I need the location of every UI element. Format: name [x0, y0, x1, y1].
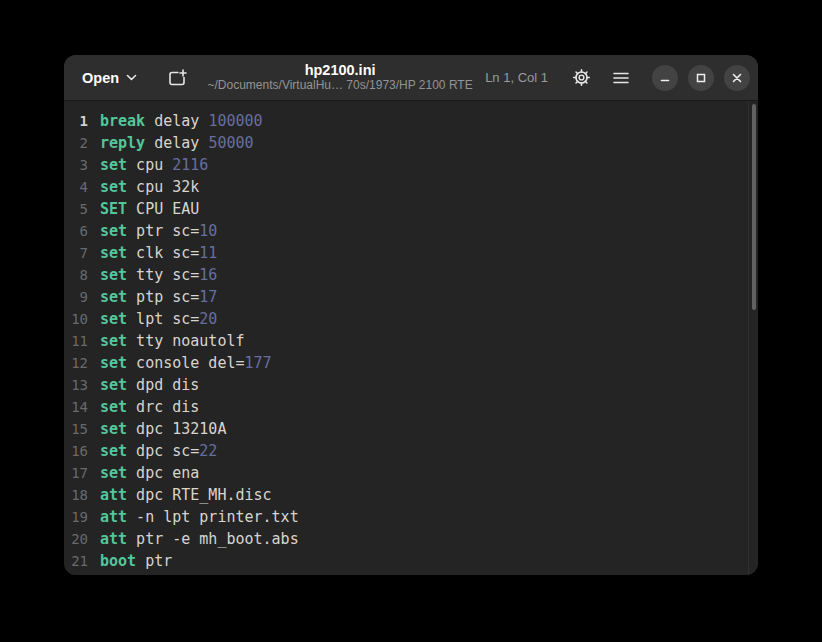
code-line[interactable]: 8set tty sc=16: [64, 264, 758, 286]
code-text: set drc dis: [100, 396, 199, 418]
open-button-label: Open: [82, 70, 119, 86]
tab-new-icon: [168, 69, 188, 87]
code-line[interactable]: 13set dpd dis: [64, 374, 758, 396]
open-button[interactable]: Open: [72, 64, 147, 92]
window-controls: [652, 65, 750, 91]
code-line[interactable]: 15set dpc 13210A: [64, 418, 758, 440]
line-number: 20: [64, 528, 88, 550]
header-right-group: Ln 1, Col 1: [485, 62, 750, 94]
file-path-subtitle: ~/Documents/VirtualHu… 70s/1973/HP 2100 …: [208, 79, 473, 93]
line-number: 11: [64, 330, 88, 352]
code-text: set ptp sc=17: [100, 286, 217, 308]
code-text: set ptr sc=10: [100, 220, 217, 242]
maximize-button[interactable]: [688, 65, 714, 91]
code-line[interactable]: 18att dpc RTE_MH.disc: [64, 484, 758, 506]
code-text: att -n lpt printer.txt: [100, 506, 299, 528]
header-left-group: Open: [72, 62, 195, 94]
close-icon: [731, 72, 743, 84]
close-button[interactable]: [724, 65, 750, 91]
line-number: 18: [64, 484, 88, 506]
line-number: 15: [64, 418, 88, 440]
minimize-button[interactable]: [652, 65, 678, 91]
code-text: set dpd dis: [100, 374, 199, 396]
line-number: 21: [64, 550, 88, 572]
line-number: 7: [64, 242, 88, 264]
line-number: 5: [64, 198, 88, 220]
line-number: 9: [64, 286, 88, 308]
code-line[interactable]: 16set dpc sc=22: [64, 440, 758, 462]
line-number: 19: [64, 506, 88, 528]
code-line[interactable]: 9set ptp sc=17: [64, 286, 758, 308]
code-line[interactable]: 1break delay 100000: [64, 110, 758, 132]
code-line[interactable]: 19att -n lpt printer.txt: [64, 506, 758, 528]
code-line[interactable]: 14set drc dis: [64, 396, 758, 418]
code-line[interactable]: 2reply delay 50000: [64, 132, 758, 154]
code-line[interactable]: 5SET CPU EAU: [64, 198, 758, 220]
code-text: att dpc RTE_MH.disc: [100, 484, 272, 506]
line-number: 12: [64, 352, 88, 374]
code-text: set console del=177: [100, 352, 272, 374]
scrollbar-track[interactable]: [748, 101, 758, 575]
settings-button[interactable]: [564, 62, 598, 94]
hamburger-icon: [613, 72, 629, 84]
line-number: 16: [64, 440, 88, 462]
line-number: 1: [64, 110, 88, 132]
text-editor-window: Open hp2100.ini ~/Documents/VirtualHu… 7…: [64, 55, 758, 575]
code-line[interactable]: 4set cpu 32k: [64, 176, 758, 198]
line-number: 2: [64, 132, 88, 154]
code-text: reply delay 50000: [100, 132, 254, 154]
code-text: break delay 100000: [100, 110, 263, 132]
header-bar: Open hp2100.ini ~/Documents/VirtualHu… 7…: [64, 55, 758, 101]
code-text: att ptr -e mh_boot.abs: [100, 528, 299, 550]
maximize-icon: [695, 72, 707, 84]
code-line[interactable]: 11set tty noautolf: [64, 330, 758, 352]
minimize-icon: [659, 72, 671, 84]
code-text: set tty noautolf: [100, 330, 245, 352]
code-line[interactable]: 21boot ptr: [64, 550, 758, 572]
scrollbar-thumb[interactable]: [752, 104, 756, 310]
code-text: set dpc 13210A: [100, 418, 226, 440]
line-number: 8: [64, 264, 88, 286]
window-title: hp2100.ini: [305, 62, 376, 79]
line-number: 13: [64, 374, 88, 396]
code-text: set cpu 32k: [100, 176, 199, 198]
code-text: set lpt sc=20: [100, 308, 217, 330]
code-text: SET CPU EAU: [100, 198, 199, 220]
menu-button[interactable]: [604, 62, 638, 94]
code-line[interactable]: 3set cpu 2116: [64, 154, 758, 176]
code-text: set dpc ena: [100, 462, 199, 484]
code-text: set tty sc=16: [100, 264, 217, 286]
window-title-block: hp2100.ini ~/Documents/VirtualHu… 70s/19…: [195, 62, 485, 92]
code-text: boot ptr: [100, 550, 172, 572]
code-text: set dpc sc=22: [100, 440, 217, 462]
code-line[interactable]: 20att ptr -e mh_boot.abs: [64, 528, 758, 550]
gear-icon: [572, 68, 591, 87]
code-line[interactable]: 17set dpc ena: [64, 462, 758, 484]
line-number: 6: [64, 220, 88, 242]
new-tab-button[interactable]: [161, 62, 195, 94]
line-number: 10: [64, 308, 88, 330]
code-line[interactable]: 6set ptr sc=10: [64, 220, 758, 242]
code-line[interactable]: 12set console del=177: [64, 352, 758, 374]
text-editor-area[interactable]: 1break delay 1000002reply delay 500003se…: [64, 101, 758, 575]
line-number: 17: [64, 462, 88, 484]
code-text: set clk sc=11: [100, 242, 217, 264]
line-number: 3: [64, 154, 88, 176]
cursor-position[interactable]: Ln 1, Col 1: [485, 70, 548, 85]
code-lines: 1break delay 1000002reply delay 500003se…: [64, 110, 758, 572]
code-line[interactable]: 10set lpt sc=20: [64, 308, 758, 330]
code-text: set cpu 2116: [100, 154, 208, 176]
chevron-down-icon: [126, 74, 137, 81]
line-number: 4: [64, 176, 88, 198]
code-line[interactable]: 7set clk sc=11: [64, 242, 758, 264]
line-number: 14: [64, 396, 88, 418]
